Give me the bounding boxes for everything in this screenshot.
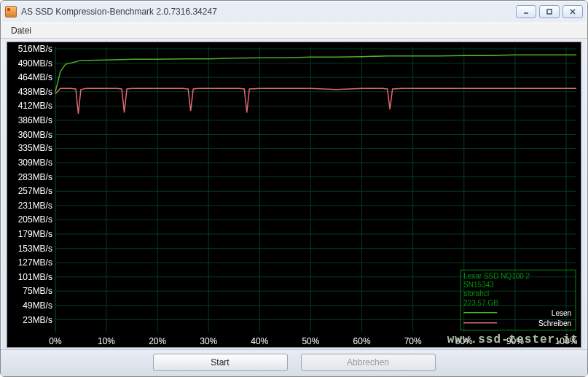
close-button[interactable] (562, 5, 583, 18)
svg-text:438MB/s: 438MB/s (18, 87, 52, 97)
svg-text:23MB/s: 23MB/s (23, 315, 52, 325)
svg-text:386MB/s: 386MB/s (18, 115, 52, 125)
svg-text:335MB/s: 335MB/s (18, 143, 52, 153)
titlebar[interactable]: AS SSD Kompression-Benchmark 2.0.7316.34… (1, 1, 587, 23)
svg-text:127MB/s: 127MB/s (18, 257, 52, 268)
svg-text:257MB/s: 257MB/s (18, 186, 52, 196)
chart-area: 23MB/s49MB/s75MB/s101MB/s127MB/s153MB/s1… (7, 42, 581, 348)
svg-text:101MB/s: 101MB/s (18, 272, 52, 282)
svg-text:20%: 20% (149, 336, 166, 346)
svg-text:490MB/s: 490MB/s (18, 58, 52, 69)
svg-text:40%: 40% (251, 336, 268, 346)
svg-text:75MB/s: 75MB/s (23, 286, 52, 296)
menubar: Datei (1, 23, 587, 39)
svg-text:50%: 50% (302, 336, 319, 346)
window-title: AS SSD Kompression-Benchmark 2.0.7316.34… (21, 7, 217, 17)
close-icon (569, 8, 576, 15)
svg-text:309MB/s: 309MB/s (18, 158, 52, 168)
svg-text:0%: 0% (49, 336, 62, 346)
minimize-button[interactable] (516, 5, 536, 18)
svg-text:464MB/s: 464MB/s (18, 72, 52, 82)
svg-text:153MB/s: 153MB/s (18, 244, 52, 254)
app-window: AS SSD Kompression-Benchmark 2.0.7316.34… (0, 0, 588, 377)
svg-text:60%: 60% (353, 336, 371, 346)
svg-text:Lesen: Lesen (552, 309, 571, 317)
svg-text:412MB/s: 412MB/s (18, 101, 52, 111)
svg-text:205MB/s: 205MB/s (18, 214, 52, 225)
svg-text:283MB/s: 283MB/s (18, 172, 52, 182)
svg-text:49MB/s: 49MB/s (23, 300, 52, 311)
svg-text:516MB/s: 516MB/s (18, 44, 52, 54)
svg-text:360MB/s: 360MB/s (18, 130, 52, 140)
svg-text:100%: 100% (555, 336, 578, 346)
svg-rect-1 (547, 9, 552, 14)
chart-svg: 23MB/s49MB/s75MB/s101MB/s127MB/s153MB/s1… (7, 42, 581, 347)
svg-text:231MB/s: 231MB/s (18, 201, 52, 211)
svg-text:SN15343: SN15343 (463, 281, 494, 289)
app-icon (5, 6, 17, 18)
svg-text:Schreiben: Schreiben (538, 319, 571, 327)
maximize-icon (546, 8, 553, 15)
minimize-icon (522, 8, 530, 15)
svg-text:Lexar SSD NQ100 2: Lexar SSD NQ100 2 (463, 272, 530, 280)
start-button[interactable]: Start (153, 354, 288, 371)
svg-text:10%: 10% (98, 336, 115, 346)
menu-file[interactable]: Datei (7, 24, 36, 37)
cancel-button[interactable]: Abbrechen (301, 354, 436, 371)
svg-text:223,57 GB: 223,57 GB (463, 299, 498, 307)
bottom-bar: Start Abbrechen (1, 349, 587, 376)
svg-text:80%: 80% (455, 336, 473, 346)
maximize-button[interactable] (539, 5, 560, 18)
svg-text:storahci: storahci (463, 289, 489, 298)
svg-text:90%: 90% (506, 336, 524, 346)
svg-text:179MB/s: 179MB/s (18, 229, 52, 239)
svg-text:30%: 30% (200, 336, 217, 346)
svg-text:70%: 70% (404, 336, 422, 346)
